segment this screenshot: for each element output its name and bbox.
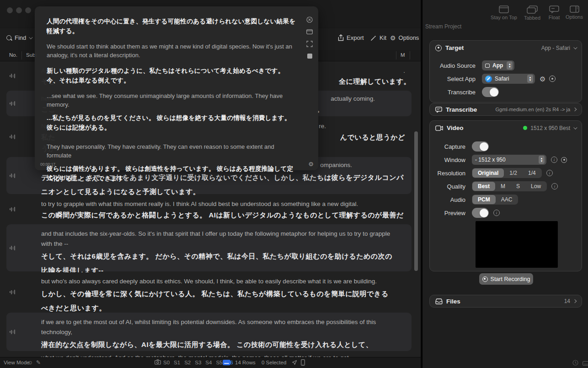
quality-low[interactable]: Low	[525, 182, 546, 191]
emoji-icon[interactable]: ☺	[27, 359, 33, 366]
audio-pcm[interactable]: PCM	[472, 195, 496, 204]
segment-s0[interactable]: S0	[163, 360, 170, 365]
subtitle-en: .	[403, 66, 405, 76]
keyboard-icon[interactable]	[583, 361, 588, 367]
quality-s[interactable]: S	[511, 182, 525, 191]
capture-toggle[interactable]	[472, 141, 489, 152]
video-card-header[interactable]: Video 1512 x 950 Best	[430, 121, 582, 135]
stay-on-top-button[interactable]: Stay on Top	[490, 5, 518, 20]
transcribe-card[interactable]: Transcribe Ggml-medium.en (en) 2s R4 -> …	[429, 103, 582, 116]
zoom-window-button[interactable]	[25, 7, 31, 13]
export-button[interactable]: Export	[338, 34, 364, 41]
options-label: Options	[399, 34, 419, 41]
cursor-icon[interactable]	[292, 360, 297, 366]
segment-s2[interactable]: S2	[184, 360, 191, 365]
floating-subtitle-panel[interactable]: 人間の代理権をその中心に置き、発生する可能性のある避けられない意図しない結果を軽…	[35, 6, 318, 170]
subtitle-en: if we are to get the most out of AI, whi…	[41, 317, 391, 337]
opacity-swatch-icon[interactable]	[307, 54, 312, 59]
chevron-right-icon	[573, 108, 577, 111]
column-no[interactable]: No.	[9, 52, 17, 58]
window-value: - 1512 x 950	[475, 157, 506, 163]
pick-window-icon[interactable]	[561, 157, 567, 163]
audio-source-select[interactable]: App ▲▼	[482, 60, 514, 70]
start-recording-button[interactable]: Start Recording	[479, 273, 533, 285]
view-mode-label: View Mode	[4, 360, 30, 365]
overlay-line-jp: 彼らには個性があります。 彼らは創造性を持っています。 彼らはある程度推論して定…	[47, 164, 296, 183]
panel-options-button[interactable]: Options	[561, 5, 588, 20]
target-icon	[435, 45, 442, 51]
pencil-icon[interactable]: ✎	[36, 359, 41, 366]
status-bar: View Mode ☺ ✎ S0S1S2S3S4S5S6 14 Rows 0 S…	[0, 357, 421, 368]
subtitle-jp: しかし、その倫理を常に深く気にかけている人。 私たちは、私たちが構築しているもの…	[41, 287, 393, 312]
screenshot-icon[interactable]	[155, 359, 161, 366]
close-icon[interactable]	[306, 16, 313, 23]
subtitle-en: re.	[319, 121, 326, 131]
find-button[interactable]: Find	[6, 34, 32, 41]
wand-icon	[370, 35, 377, 41]
overlay-line-en: ...see what we see. They consume unimagi…	[47, 92, 296, 109]
subtitle-en: ompanions.	[320, 160, 352, 170]
window-select[interactable]: - 1512 x 950 ▲▼	[472, 155, 546, 165]
table-row[interactable]: what we don't understand. And so the met…	[0, 352, 421, 357]
video-camera-icon	[435, 125, 443, 131]
overlay-line-en: We should start to think about them as w…	[47, 42, 296, 60]
files-card[interactable]: Files 14	[429, 295, 582, 308]
overlay-line-jp: ...私たちが見るものを見てください。 彼らは想像を絶する大量の情報を消費します…	[47, 113, 296, 132]
subtitle-display-icon[interactable]	[223, 359, 230, 365]
minimize-window-button[interactable]	[16, 7, 22, 13]
overlay-timestamp: 00:00:17	[40, 162, 55, 167]
segment-s1[interactable]: S1	[174, 360, 180, 365]
window-mode-icon[interactable]	[306, 29, 313, 34]
tabbed-label: Tabbed	[524, 15, 540, 21]
window-label: Window	[436, 157, 465, 163]
segment-s5[interactable]: S5	[216, 360, 222, 365]
quality-m[interactable]: M	[495, 182, 511, 191]
info-icon[interactable]: i	[493, 210, 500, 216]
speech-bubble-icon	[435, 107, 442, 113]
column-m[interactable]: M	[401, 52, 405, 58]
segment-s3[interactable]: S3	[195, 360, 201, 365]
target-title: Target	[445, 44, 464, 51]
options-button[interactable]: ⚙ Options	[390, 34, 419, 41]
resolution-half[interactable]: 1/2	[504, 168, 523, 178]
resolution-original[interactable]: Original	[472, 168, 504, 178]
float-label: Float	[549, 15, 560, 20]
info-icon[interactable]: i	[551, 157, 557, 163]
table-row[interactable]: and that includes the six-year-olds. So …	[0, 223, 421, 272]
preview-toggle[interactable]	[472, 208, 489, 218]
app-target-icon[interactable]	[549, 76, 556, 82]
device-icon[interactable]	[301, 359, 305, 367]
video-card: Video 1512 x 950 Best Capture Window - 1…	[429, 120, 582, 271]
overlay-settings-icon[interactable]: ⚙	[308, 161, 314, 168]
app-settings-gear-icon[interactable]: ⚙	[540, 76, 545, 82]
files-count-badge: 14	[564, 298, 570, 304]
scrollbar-thumb[interactable]	[414, 131, 418, 271]
table-row[interactable]: if we are to get the most out of AI, whi…	[0, 312, 421, 352]
resolution-quarter[interactable]: 1/4	[523, 168, 541, 178]
quality-best[interactable]: Best	[472, 182, 495, 191]
clock-icon[interactable]	[572, 360, 578, 367]
table-row[interactable]: to try to grapple with what this moment …	[0, 195, 421, 223]
float-icon	[549, 5, 559, 13]
chevron-right-icon	[573, 299, 577, 303]
transcribe-title: Transcribe	[446, 106, 477, 113]
panel-options-label: Options	[566, 14, 583, 20]
info-icon[interactable]: i	[551, 183, 558, 189]
export-label: Export	[347, 34, 364, 41]
close-window-button[interactable]	[7, 7, 13, 13]
segment-s4[interactable]: S4	[205, 360, 212, 365]
overlay-line-jp: 新しい種類のデジタル種のように、私たちはそれらについて考え始めるべきです。 今、…	[47, 66, 296, 85]
target-summary: App - Safari	[541, 45, 570, 51]
fullscreen-icon[interactable]	[306, 41, 313, 47]
kit-button[interactable]: Kit	[370, 34, 386, 41]
stream-project-window: Stay on Top Tabbed Float Options Stream …	[422, 0, 588, 368]
audio-aac[interactable]: AAC	[496, 195, 518, 204]
selected-count: 0 Selected	[262, 360, 286, 365]
info-icon[interactable]: i	[546, 170, 553, 176]
target-card-header[interactable]: Target App - Safari	[430, 41, 582, 55]
overlay-line-en: They have personality. They have creativ…	[47, 142, 296, 160]
table-row[interactable]: but who's also always cared deeply about…	[0, 272, 421, 312]
select-app-select[interactable]: Safari ▲▼	[482, 74, 535, 84]
transcribe-toggle[interactable]	[482, 87, 499, 97]
video-title: Video	[447, 124, 464, 131]
